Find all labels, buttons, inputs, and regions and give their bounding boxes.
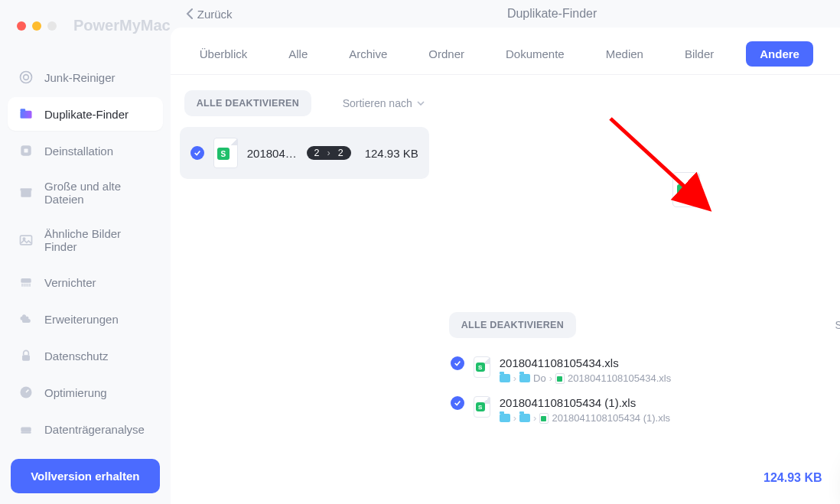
tab-all[interactable]: Alle [279, 41, 317, 67]
svg-rect-8 [21, 236, 32, 245]
sidebar-item-datenschutz[interactable]: Datenschutz [8, 339, 163, 372]
window-close[interactable] [17, 21, 26, 31]
tab-archives[interactable]: Archive [340, 41, 396, 67]
window-maximize[interactable] [47, 21, 57, 31]
window-minimize[interactable] [32, 21, 41, 31]
tab-other[interactable]: Andere [746, 41, 813, 67]
tab-documents[interactable]: Dokumente [497, 41, 574, 67]
file-preview [438, 75, 840, 304]
box-icon [18, 185, 34, 200]
full-version-button[interactable]: Vollversion erhalten [11, 459, 160, 493]
sort-by-dropdown[interactable]: Sortieren nach [343, 97, 425, 109]
xls-file-icon [474, 396, 490, 418]
xls-file-icon [213, 138, 238, 168]
svg-rect-2 [21, 111, 32, 119]
duplicate-file-row[interactable]: 2018041108105434.xls › Do› 2018041108105… [446, 350, 840, 390]
folder-icon [519, 414, 530, 422]
sidebar-item-deinstallation[interactable]: Deinstallation [8, 134, 163, 167]
sidebar-item-label: Vernichter [44, 276, 96, 289]
sidebar-item-label: Ähnliche Bilder Finder [44, 227, 152, 253]
tab-images[interactable]: Bilder [676, 41, 723, 67]
sidebar-item-vernichter[interactable]: Vernichter [8, 265, 163, 299]
svg-point-1 [24, 75, 29, 80]
deactivate-all-button[interactable]: ALLE DEAKTIVIEREN [184, 90, 311, 116]
chevron-down-icon [417, 101, 425, 106]
xls-icon [555, 373, 565, 384]
file-name: 2018041108105434.xls [500, 356, 839, 369]
app-title: PowerMyMac [73, 17, 171, 34]
sidebar-item-label: Optimierung [44, 386, 107, 399]
sidebar-item-optimierung[interactable]: Optimierung [8, 376, 163, 409]
sort-label: Sortieren nach [343, 97, 412, 109]
sort-label: Sortieren nach [835, 319, 840, 331]
sidebar-item-duplikate-finder[interactable]: Duplikate-Finder [8, 97, 163, 131]
sidebar-item-bilder-finder[interactable]: Ähnliche Bilder Finder [8, 218, 163, 262]
chevron-left-icon [186, 8, 193, 19]
tab-selected[interactable]: Ausgewählt [836, 41, 840, 67]
sidebar-item-label: Junk-Reiniger [44, 71, 116, 84]
group-checkbox[interactable] [190, 146, 204, 160]
page-title: Duplikate-Finder [507, 7, 597, 21]
back-button[interactable]: Zurück [186, 8, 233, 21]
svg-point-0 [21, 72, 32, 83]
tab-folders[interactable]: Ordner [419, 41, 474, 67]
tab-overview[interactable]: Überblick [190, 41, 257, 67]
group-count-badge: 2›2 [307, 146, 351, 160]
sidebar-item-grosse-dateien[interactable]: Große und alte Dateien [8, 171, 163, 215]
xls-file-icon [672, 172, 700, 207]
xls-file-icon [474, 356, 490, 378]
svg-rect-5 [24, 149, 28, 153]
file-checkbox[interactable] [451, 396, 464, 410]
group-name: 20180411O... [247, 147, 298, 160]
lock-icon [18, 348, 34, 363]
duplicate-group-row[interactable]: 20180411O... 2›2 124.93 KB [180, 127, 429, 179]
gauge-icon [18, 385, 34, 400]
svg-rect-13 [21, 428, 31, 432]
svg-rect-11 [22, 355, 30, 361]
puzzle-icon [18, 311, 34, 327]
svg-rect-14 [21, 431, 31, 434]
sidebar-item-datentraegeranalyse[interactable]: Datenträgeranalyse [8, 412, 163, 446]
sidebar-item-junk-reiniger[interactable]: Junk-Reiniger [8, 60, 163, 94]
duplicate-file-row[interactable]: 2018041108105434 (1).xls › › 20180411081… [446, 390, 840, 430]
svg-rect-6 [21, 190, 31, 197]
app-icon [18, 143, 34, 158]
group-size: 124.93 KB [365, 147, 418, 160]
shredder-icon [18, 275, 34, 290]
folder-icon [500, 414, 510, 422]
file-path: › Do› 2018041108105434.xls [500, 372, 839, 384]
back-label: Zurück [197, 8, 233, 21]
file-checkbox[interactable] [451, 356, 464, 370]
folder-icon [500, 374, 510, 382]
sidebar-item-label: Erweiterungen [44, 313, 119, 326]
xls-icon [539, 413, 549, 424]
target-icon [18, 70, 34, 85]
file-path: › › 2018041108105434 (1).xls [500, 412, 839, 424]
sidebar-item-label: Deinstallation [44, 145, 113, 158]
sidebar-item-label: Duplikate-Finder [44, 108, 129, 121]
sidebar-item-label: Datenträgeranalyse [44, 423, 145, 436]
deactivate-all-detail-button[interactable]: ALLE DEAKTIVIEREN [449, 312, 576, 338]
image-icon [18, 232, 34, 248]
sidebar-item-label: Datenschutz [44, 350, 108, 363]
sidebar-item-label: Große und alte Dateien [44, 180, 152, 206]
total-size: 124.93 KB [763, 471, 822, 485]
tab-media[interactable]: Medien [597, 41, 653, 67]
svg-rect-3 [21, 109, 26, 111]
sort-detail-dropdown[interactable]: Sortieren nach [835, 319, 840, 331]
folder-icon [18, 106, 34, 122]
svg-rect-10 [21, 278, 31, 283]
folder-icon [519, 374, 530, 382]
svg-rect-7 [21, 188, 32, 190]
sidebar-item-erweiterungen[interactable]: Erweiterungen [8, 302, 163, 336]
disk-icon [18, 421, 34, 437]
file-name: 2018041108105434 (1).xls [500, 396, 839, 409]
